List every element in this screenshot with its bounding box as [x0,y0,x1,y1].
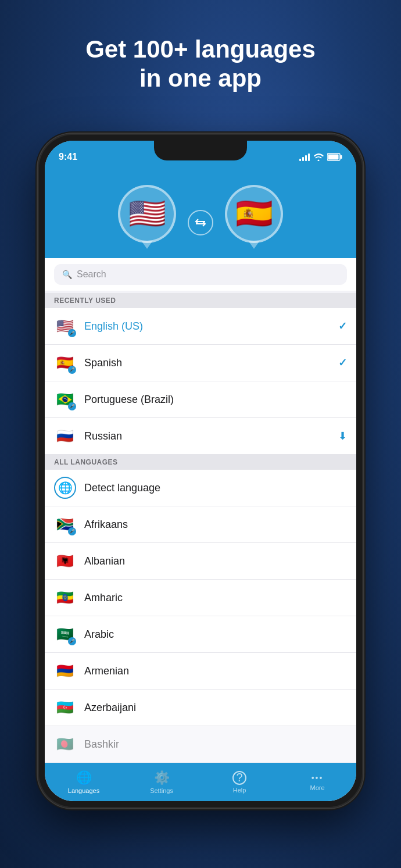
tab-languages[interactable]: 🌐 Languages [45,763,123,801]
list-item[interactable]: 🇦🇱 Albanian [45,543,356,580]
search-input[interactable]: Search [77,269,339,280]
battery-icon [327,153,342,161]
svg-rect-2 [328,155,339,160]
list-item[interactable]: 🌐 Detect language [45,470,356,506]
headline-line1: Get 100+ languages [85,35,316,63]
english-label: English (US) [84,320,338,333]
armenian-label: Armenian [84,665,347,677]
list-item[interactable]: 🇸🇦 🎤 Arabic [45,616,356,653]
tab-settings[interactable]: ⚙️ Settings [123,763,201,801]
afrikaans-flag: 🇿🇦 🎤 [54,513,76,535]
portuguese-label: Portuguese (Brazil) [84,394,347,406]
mic-badge: 🎤 [68,637,76,645]
settings-tab-label: Settings [150,787,173,794]
status-icons [299,153,342,161]
language-bubbles: 🇺🇸 🇪🇸 [45,169,356,259]
list-item[interactable]: 🇷🇺 Russian ⬇ [45,418,356,455]
swap-languages-button[interactable] [188,210,213,235]
list-item[interactable]: 🇧🇩 Bashkir [45,726,356,762]
mic-badge: 🎤 [68,527,76,535]
amharic-flag: 🇪🇹 [54,587,76,609]
arabic-label: Arabic [84,628,347,641]
languages-tab-icon: 🌐 [76,770,92,785]
phone-frame: 9:41 [38,134,363,808]
spanish-flag: 🇪🇸 🎤 [54,352,76,374]
afrikaans-label: Afrikaans [84,519,347,531]
list-item[interactable]: 🇦🇿 Azerbaijani [45,690,356,726]
search-icon: 🔍 [62,270,72,279]
phone-screen: 9:41 [45,141,356,801]
english-check: ✓ [338,320,347,333]
language-list: RECENTLY USED 🇺🇸 🎤 English (US) ✓ 🇪🇸 🎤 S… [45,293,356,763]
mic-badge: 🎤 [68,402,76,410]
list-item[interactable]: 🇺🇸 🎤 English (US) ✓ [45,308,356,345]
search-bar-wrap: 🔍 Search [45,258,356,291]
amharic-label: Amharic [84,592,347,604]
list-item[interactable]: 🇦🇲 Armenian [45,653,356,690]
list-item[interactable]: 🇪🇹 Amharic [45,580,356,616]
portuguese-flag: 🇧🇷 🎤 [54,388,76,410]
azerbaijani-flag: 🇦🇿 [54,696,76,719]
bashkir-label: Bashkir [84,738,347,751]
tab-more[interactable]: ••• More [278,763,356,801]
headline-line2: in one app [139,65,262,92]
bashkir-flag: 🇧🇩 [54,733,76,755]
mic-badge: 🎤 [68,366,76,374]
spanish-check: ✓ [338,356,347,369]
more-tab-icon: ••• [312,773,324,783]
mic-badge: 🎤 [68,329,76,337]
target-language-bubble[interactable]: 🇪🇸 [225,185,283,243]
all-languages-header: ALL LANGUAGES [45,455,356,470]
wifi-icon [313,153,324,161]
tab-help[interactable]: ? Help [201,763,278,801]
help-tab-label: Help [233,787,246,794]
list-item[interactable]: 🇧🇷 🎤 Portuguese (Brazil) [45,381,356,418]
detect-language-label: Detect language [84,482,347,494]
armenian-flag: 🇦🇲 [54,660,76,682]
russian-flag: 🇷🇺 [54,425,76,447]
svg-rect-1 [341,155,342,159]
settings-tab-icon: ⚙️ [154,770,170,785]
spanish-label: Spanish [84,357,338,369]
target-flag: 🇪🇸 [235,196,273,231]
source-language-bubble[interactable]: 🇺🇸 [118,185,176,243]
albanian-label: Albanian [84,555,347,567]
albanian-flag: 🇦🇱 [54,550,76,572]
more-tab-label: More [310,784,324,791]
globe-icon: 🌐 [54,477,76,499]
status-time: 9:41 [59,152,77,162]
arabic-flag: 🇸🇦 🎤 [54,623,76,645]
azerbaijani-label: Azerbaijani [84,702,347,714]
headline: Get 100+ languages in one app [0,35,401,94]
signal-icon [299,153,310,161]
russian-download[interactable]: ⬇ [338,430,347,442]
notch [154,141,247,160]
tab-bar: 🌐 Languages ⚙️ Settings ? Help ••• More [45,763,356,801]
recently-used-header: RECENTLY USED [45,293,356,308]
list-item[interactable]: 🇪🇸 🎤 Spanish ✓ [45,345,356,381]
languages-tab-label: Languages [68,787,99,794]
list-item[interactable]: 🇿🇦 🎤 Afrikaans [45,506,356,543]
help-tab-icon: ? [232,771,246,785]
russian-label: Russian [84,430,338,442]
english-flag: 🇺🇸 🎤 [54,315,76,337]
search-bar[interactable]: 🔍 Search [54,264,347,285]
source-flag: 🇺🇸 [128,196,166,231]
